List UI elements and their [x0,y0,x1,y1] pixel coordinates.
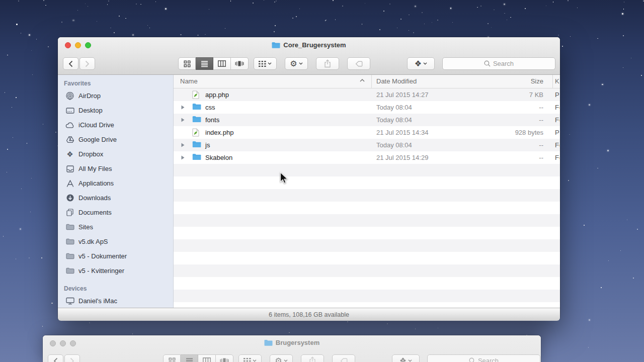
column-header-kind[interactable]: Kind [555,77,559,85]
tag-button[interactable] [332,354,355,362]
file-row-skabelon[interactable]: Skabelon 21 Jul 2015 14:29 -- Folder [174,151,560,164]
icon-view-icon [184,60,191,67]
list-view-icon [201,60,208,67]
sidebar-item-label: AirDrop [78,92,101,100]
status-bar: 6 items, 108,16 GB available [58,308,560,321]
sidebar-item-v5-dokumenter[interactable]: v5 - Dokumenter [58,249,173,263]
arrange-button[interactable] [254,57,277,70]
column-header-size[interactable]: Size [455,77,543,85]
chevron-down-icon [268,62,272,65]
file-row-fonts[interactable]: fonts Today 08:04 -- Folder [174,114,560,126]
finder-window-brugersystem[interactable]: Brugersystem [43,335,541,362]
disclosure-triangle-icon[interactable] [181,118,185,122]
close-button[interactable] [50,340,56,346]
dropbox-menu-button[interactable]: ❖ [407,57,435,70]
file-list: Name Date Modified Size Kind app.php 21 … [174,75,560,308]
close-button[interactable] [65,42,71,48]
sidebar-item-sites[interactable]: Sites [58,220,173,234]
file-row-css[interactable]: css Today 08:04 -- Folder [174,101,560,114]
column-divider[interactable] [552,75,553,88]
zoom-button[interactable] [85,42,91,48]
file-date: 21 Jul 2015 14:34 [376,129,428,136]
column-header-date-modified[interactable]: Date Modified [376,77,417,85]
file-size: -- [455,154,543,161]
action-button[interactable]: ⚙ [270,354,293,362]
php-file-icon [192,128,199,137]
back-button[interactable] [48,354,63,362]
sidebar-item-downloads[interactable]: Downloads [58,191,173,205]
window-chrome: Brugersystem [43,335,541,362]
view-switcher [163,354,233,362]
arrange-button[interactable] [238,354,262,362]
sidebar-item-label: iCloud Drive [78,121,114,129]
sidebar-item-applications[interactable]: Applications [58,176,173,191]
sidebar-item-airdrop[interactable]: AirDrop [58,88,173,103]
forward-button[interactable] [79,57,95,70]
minimize-button[interactable] [60,340,66,346]
search-input[interactable]: Search [442,57,555,70]
column-view-icon [203,357,211,362]
dropbox-menu-button[interactable]: ❖ [392,354,420,362]
coverflow-view-icon [220,357,229,362]
toolbar: ⚙ ❖ Search [43,350,541,362]
tag-icon [355,61,363,67]
column-view-button[interactable] [213,57,231,70]
sidebar-item-dropbox[interactable]: ❖ Dropbox [58,147,173,161]
column-header-name[interactable]: Name [180,77,198,85]
share-button[interactable] [316,57,339,70]
file-name: css [205,104,215,111]
column-view-button[interactable] [198,354,216,362]
file-row-js[interactable]: js Today 08:04 -- Folder [174,139,560,151]
titlebar[interactable]: Brugersystem [43,335,541,350]
list-view-button[interactable] [196,57,213,70]
share-button[interactable] [301,354,324,362]
chevron-down-icon [299,62,303,65]
tag-icon [340,358,348,362]
icon-view-button[interactable] [163,354,181,362]
list-header: Name Date Modified Size Kind [174,75,560,88]
sidebar-item-label: Applications [78,179,114,187]
file-row-app-php[interactable]: app.php 21 Jul 2015 14:27 7 KB PHP [174,88,560,101]
minimize-button[interactable] [75,42,81,48]
dropbox-icon: ❖ [415,60,422,68]
all-my-files-icon [65,165,74,172]
sidebar-item-icloud-drive[interactable]: iCloud Drive [58,118,173,132]
disclosure-triangle-icon[interactable] [181,155,185,160]
coverflow-view-button[interactable] [216,354,233,362]
status-text: 6 items, 108,16 GB available [269,311,349,318]
column-divider[interactable] [371,75,372,88]
share-icon [309,356,316,362]
disclosure-triangle-icon[interactable] [181,105,185,110]
toolbar: ⚙ ❖ [58,53,560,74]
coverflow-view-button[interactable] [231,57,249,70]
search-input[interactable]: Search [427,354,540,362]
sidebar-item-google-drive[interactable]: Google Drive [58,132,173,147]
search-icon [484,60,491,67]
file-date: 21 Jul 2015 14:29 [376,154,428,161]
file-row-index-php[interactable]: index.php 21 Jul 2015 14:34 928 bytes PH… [174,126,560,139]
sidebar-item-all-my-files[interactable]: All My Files [58,161,173,176]
forward-button[interactable] [64,354,80,362]
folder-icon [272,42,280,48]
icon-view-button[interactable] [178,57,196,70]
disclosure-triangle-icon[interactable] [181,143,185,147]
file-size: -- [455,104,543,111]
folder-icon [65,253,74,259]
tag-button[interactable] [347,57,370,70]
action-button[interactable]: ⚙ [285,57,308,70]
imac-icon [65,297,74,305]
sidebar-item-v5dk-aps[interactable]: v5.dk ApS [58,234,173,249]
zoom-button[interactable] [70,340,76,346]
window-title-text: Core_Brugersystem [283,41,346,49]
sidebar: Favorites AirDrop Desktop iCloud Drive G… [58,75,174,308]
sidebar-item-daniels-imac[interactable]: Daniel's iMac [58,294,173,308]
file-date: 21 Jul 2015 14:27 [376,91,428,99]
titlebar[interactable]: Core_Brugersystem [58,37,560,53]
folder-icon [65,238,74,245]
sidebar-item-desktop[interactable]: Desktop [58,103,173,118]
sidebar-item-documents[interactable]: Documents [58,205,173,220]
sidebar-item-v5-kvitteringer[interactable]: v5 - Kvitteringer [58,263,173,278]
list-view-button[interactable] [181,354,198,362]
back-button[interactable] [63,57,78,70]
chevron-down-icon [284,359,288,362]
